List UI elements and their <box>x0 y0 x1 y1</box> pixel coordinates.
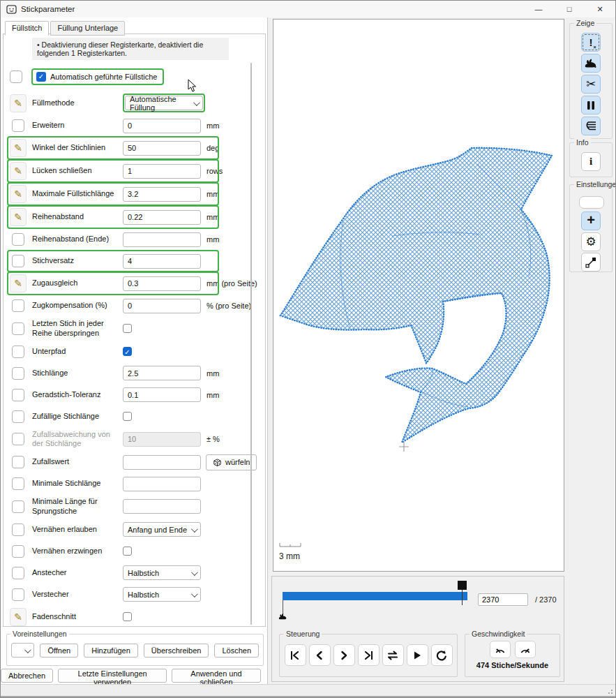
row-enable-checkbox[interactable] <box>12 233 24 246</box>
param-checkbox[interactable] <box>123 412 132 421</box>
node-edit-button[interactable] <box>581 253 601 272</box>
tab-fuellung-unterlage[interactable]: Füllung Unterlage <box>50 21 125 36</box>
add-preset-button[interactable]: Hinzufügen <box>84 644 138 658</box>
param-input[interactable] <box>123 187 201 202</box>
row-enable-checkbox[interactable] <box>12 322 24 335</box>
row-enable-checkbox[interactable] <box>12 299 24 312</box>
add-button[interactable]: + <box>581 211 601 230</box>
param-input[interactable] <box>123 432 201 447</box>
skip-end-button[interactable] <box>358 644 380 666</box>
param-input[interactable] <box>123 232 201 247</box>
use-last-settings-button[interactable]: Letzte Einstellungen verwenden <box>58 669 167 683</box>
row-enable-checkbox[interactable] <box>12 346 24 358</box>
param-select[interactable]: Halbstich <box>123 565 201 580</box>
preset-select[interactable] <box>11 643 34 658</box>
param-checkbox[interactable]: ✓ <box>123 347 132 356</box>
param-label: Vernähen erlauben <box>32 525 117 535</box>
autofill-checkbox[interactable]: ✓ <box>36 72 46 82</box>
param-row: Unterpfad✓ <box>10 343 261 360</box>
param-checkbox[interactable] <box>123 612 132 621</box>
param-input[interactable] <box>123 499 201 514</box>
stitch-preview-canvas[interactable]: 3 mm <box>273 19 564 572</box>
param-input[interactable] <box>123 387 201 402</box>
pencil-icon[interactable]: ✎ <box>10 94 27 112</box>
stitch-slider-track[interactable] <box>283 592 467 600</box>
restart-button[interactable] <box>431 644 453 666</box>
param-row: Zufallsabweichung von der Stichlänge± % <box>10 430 261 450</box>
row-enable-checkbox[interactable] <box>12 500 24 513</box>
tab-fuellstitch[interactable]: Füllstitch <box>5 21 49 36</box>
param-rows: ✎FüllmethodeAutomatische FüllungErweiter… <box>3 94 265 627</box>
param-input[interactable] <box>123 164 201 179</box>
playback-panel: / 2370 Steuerung <box>271 576 564 682</box>
maximize-button[interactable]: □ <box>554 1 585 17</box>
param-input[interactable] <box>123 366 201 380</box>
row-enable-checkbox[interactable] <box>10 70 22 83</box>
skip-start-button[interactable] <box>285 644 306 666</box>
stitch-slider-handle[interactable] <box>458 581 467 590</box>
param-row: ✎FüllmethodeAutomatische Füllung <box>10 94 261 112</box>
show-trims-button[interactable]: ✂ <box>581 75 601 94</box>
show-stops-button[interactable] <box>581 96 601 114</box>
row-enable-checkbox[interactable] <box>12 410 24 423</box>
speed-down-button[interactable] <box>490 641 511 658</box>
param-checkbox[interactable] <box>123 324 132 333</box>
row-enable-checkbox[interactable] <box>12 255 24 267</box>
param-input[interactable] <box>123 119 201 133</box>
apply-and-close-button[interactable]: Anwenden und schließen <box>172 669 261 683</box>
pencil-icon[interactable]: ✎ <box>10 608 27 626</box>
stitch-position-input[interactable] <box>478 593 528 606</box>
row-enable-checkbox[interactable] <box>12 545 24 558</box>
scrollbar[interactable] <box>250 63 252 625</box>
speed-up-button[interactable] <box>515 641 536 658</box>
step-forward-button[interactable] <box>333 644 355 666</box>
loop-direction-button[interactable] <box>382 644 404 666</box>
pencil-icon[interactable]: ✎ <box>10 139 27 157</box>
play-button[interactable] <box>407 644 428 666</box>
row-enable-checkbox[interactable] <box>12 389 24 401</box>
show-stitch-plan-button[interactable] <box>581 117 601 135</box>
pencil-icon[interactable]: ✎ <box>10 185 27 203</box>
open-preset-button[interactable]: Öffnen <box>40 644 78 658</box>
info-button[interactable]: i <box>581 152 601 171</box>
row-enable-checkbox[interactable] <box>12 433 24 445</box>
row-enable-checkbox[interactable] <box>12 119 24 132</box>
settings-button[interactable]: ⚙ <box>581 232 601 251</box>
row-enable-checkbox[interactable] <box>12 456 24 468</box>
param-input[interactable] <box>123 455 201 470</box>
param-label: Letzten Stich in jeder Reihe überspringe… <box>32 319 117 339</box>
pencil-icon[interactable]: ✎ <box>10 274 27 292</box>
param-checkbox[interactable] <box>123 547 132 556</box>
param-input[interactable] <box>123 477 201 491</box>
pencil-icon[interactable]: ✎ <box>10 208 27 226</box>
row-enable-checkbox[interactable] <box>12 588 24 601</box>
param-input[interactable] <box>123 254 201 269</box>
param-select[interactable]: Anfang und Ende <box>123 522 201 537</box>
wuerfeln-button[interactable]: würfeln <box>206 454 257 470</box>
param-select[interactable]: Halbstich <box>123 587 201 602</box>
param-unit: deg <box>206 144 219 152</box>
row-enable-checkbox[interactable] <box>12 567 24 579</box>
pencil-icon[interactable]: ✎ <box>10 162 27 180</box>
color-swatch-button[interactable] <box>579 196 604 209</box>
show-command-points-button[interactable]: !× <box>581 33 601 52</box>
animation-button[interactable] <box>581 54 601 73</box>
resize-grip[interactable] <box>606 688 613 695</box>
param-label: Reihenabstand <box>32 212 117 222</box>
overwrite-preset-button[interactable]: Überschreiben <box>144 644 209 658</box>
row-enable-checkbox[interactable] <box>12 524 24 536</box>
param-input[interactable] <box>123 299 201 313</box>
delete-preset-button[interactable]: Löschen <box>214 644 259 658</box>
param-input[interactable] <box>123 141 201 156</box>
row-enable-checkbox[interactable] <box>12 477 24 490</box>
param-input[interactable] <box>123 276 201 291</box>
step-back-button[interactable] <box>309 644 331 666</box>
cancel-button[interactable]: Abbrechen <box>1 669 53 683</box>
param-unit: mm (pro Seite) <box>206 279 257 288</box>
minimize-button[interactable]: — <box>523 1 554 17</box>
param-input[interactable] <box>123 210 201 225</box>
skip-start-icon <box>290 650 301 661</box>
param-select[interactable]: Automatische Füllung <box>125 96 203 110</box>
row-enable-checkbox[interactable] <box>12 367 24 380</box>
close-button[interactable]: ✕ <box>585 1 615 17</box>
